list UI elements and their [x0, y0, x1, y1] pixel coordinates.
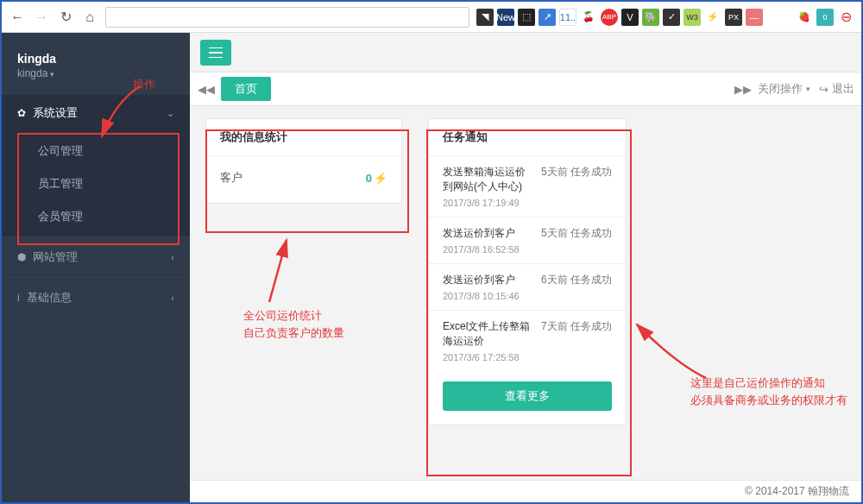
tab-bar: ◀◀ 首页 ▶▶ 关闭操作 ▾ ↪退出: [190, 72, 861, 106]
url-input[interactable]: [105, 7, 469, 28]
browser-toolbar: ← → ↻ ⌂ ◥ New ⬚ ↗ 11.. 🍒 ABP V 🐘 ✓ W3 ⚡ …: [2, 2, 861, 33]
ext-icon[interactable]: ✓: [663, 9, 680, 26]
ext-icon[interactable]: 11..: [559, 9, 576, 26]
ext-icon[interactable]: V: [621, 9, 639, 26]
topbar-upper: [190, 33, 861, 72]
task-item[interactable]: Excel文件上传整箱海运运价7天前 任务成功 2017/3/6 17:25:5…: [429, 311, 626, 371]
sidebar: kingda kingda ▾ ✿系统设置 ⌄ 公司管理 员工管理 会员管理 ⬢…: [2, 33, 190, 502]
task-item[interactable]: 发送运价到客户5天前 任务成功 2017/3/8 16:52:58: [429, 217, 626, 264]
ext-icon[interactable]: W3: [683, 9, 701, 26]
user-name: kingda: [17, 52, 174, 66]
menu-label: 基础信息: [27, 290, 72, 306]
sidebar-item-member-mgmt[interactable]: 会员管理: [2, 200, 190, 233]
task-meta: 7天前 任务成功: [541, 319, 612, 349]
menu-label: 系统设置: [33, 105, 78, 121]
bolt-icon: ⚡: [374, 172, 387, 185]
menu-toggle-button[interactable]: [200, 40, 231, 66]
task-meta: 5天前 任务成功: [541, 226, 612, 241]
user-dropdown[interactable]: kingda ▾: [17, 67, 174, 79]
sidebar-item-site-mgmt[interactable]: ⬢网站管理 ‹: [2, 236, 190, 277]
ext-icon[interactable]: ↗: [539, 9, 556, 26]
logout-icon: ↪: [819, 83, 828, 96]
task-title: 发送整箱海运运价到网站(个人中心): [443, 165, 532, 194]
logout-button[interactable]: ↪退出: [819, 81, 854, 97]
task-time: 2017/3/8 17:19:49: [443, 198, 612, 208]
sidebar-item-system-settings[interactable]: ✿系统设置 ⌄: [2, 95, 190, 131]
chevron-down-icon: ⌄: [167, 108, 174, 119]
extension-icons: ◥ New ⬚ ↗ 11.. 🍒 ABP V 🐘 ✓ W3 ⚡ PX — 🍓 0…: [476, 9, 854, 26]
sidebar-item-staff-mgmt[interactable]: 员工管理: [2, 167, 190, 200]
gear-icon: ✿: [17, 107, 26, 119]
info-icon: i: [17, 292, 20, 304]
content-area: ◀◀ 首页 ▶▶ 关闭操作 ▾ ↪退出 我的信息统计 客户 0⚡: [190, 33, 861, 502]
task-item[interactable]: 发送运价到客户6天前 任务成功 2017/3/8 10:15:46: [429, 264, 626, 311]
forward-icon[interactable]: →: [33, 9, 50, 26]
chevron-left-icon: ‹: [171, 293, 174, 303]
stats-card-title: 我的信息统计: [206, 119, 401, 156]
ext-icon[interactable]: 0: [816, 9, 834, 26]
home-icon[interactable]: ⌂: [81, 9, 98, 26]
tabs-prev-icon[interactable]: ◀◀: [197, 79, 216, 98]
task-meta: 5天前 任务成功: [541, 165, 612, 194]
tasks-card: 任务通知 发送整箱海运运价到网站(个人中心)5天前 任务成功 2017/3/8 …: [428, 118, 627, 425]
view-more-button[interactable]: 查看更多: [443, 381, 612, 411]
stats-card: 我的信息统计 客户 0⚡: [205, 118, 402, 204]
menu-label: 网站管理: [33, 249, 78, 265]
task-time: 2017/3/8 10:15:46: [443, 291, 612, 301]
tab-home[interactable]: 首页: [221, 77, 271, 101]
tasks-card-title: 任务通知: [429, 119, 626, 156]
task-time: 2017/3/8 16:52:58: [443, 244, 612, 255]
ext-icon[interactable]: —: [746, 9, 763, 26]
ext-icon[interactable]: ⚡: [704, 9, 721, 26]
task-time: 2017/3/6 17:25:58: [443, 352, 612, 362]
stat-customer-value: 0⚡: [366, 172, 387, 185]
ext-icon[interactable]: 🍓: [796, 9, 813, 26]
tabs-next-icon[interactable]: ▶▶: [734, 79, 753, 98]
back-icon[interactable]: ←: [9, 9, 26, 26]
close-operation-dropdown[interactable]: 关闭操作 ▾: [758, 81, 810, 97]
chevron-left-icon: ‹: [171, 252, 174, 262]
user-block: kingda kingda ▾: [2, 33, 190, 95]
copyright: © 2014-2017 翰翔物流: [745, 484, 849, 499]
ext-evernote-icon[interactable]: 🐘: [642, 9, 659, 26]
submenu: 公司管理 员工管理 会员管理: [2, 131, 190, 236]
ext-icon[interactable]: ⬚: [518, 9, 535, 26]
ext-abp-icon[interactable]: ABP: [601, 9, 618, 26]
task-title: 发送运价到客户: [443, 226, 532, 241]
task-title: Excel文件上传整箱海运运价: [443, 319, 532, 349]
ext-close-icon[interactable]: ⊖: [837, 9, 854, 26]
ext-new-icon[interactable]: New: [497, 9, 514, 26]
stat-customer-label: 客户: [220, 170, 243, 186]
sidebar-item-basic-info[interactable]: i基础信息 ‹: [2, 277, 190, 318]
ext-icon[interactable]: ◥: [476, 9, 494, 26]
sidebar-item-company-mgmt[interactable]: 公司管理: [2, 135, 190, 167]
cube-icon: ⬢: [17, 251, 26, 263]
task-meta: 6天前 任务成功: [541, 273, 612, 287]
task-item[interactable]: 发送整箱海运运价到网站(个人中心)5天前 任务成功 2017/3/8 17:19…: [429, 156, 626, 217]
reload-icon[interactable]: ↻: [57, 9, 74, 26]
footer: © 2014-2017 翰翔物流: [190, 480, 861, 502]
task-title: 发送运价到客户: [443, 273, 532, 287]
ext-icon[interactable]: 🍒: [580, 9, 597, 26]
ext-icon[interactable]: PX: [725, 9, 742, 26]
